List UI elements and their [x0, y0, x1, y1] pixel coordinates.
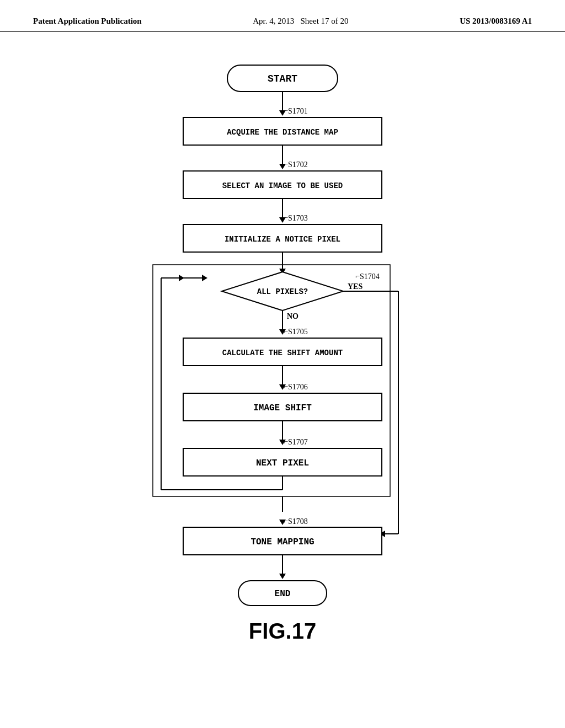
sheet-label: Sheet 17 of 20 — [301, 17, 349, 25]
flowchart-svg: START S1701 ⌐ ACQUIRE THE DISTANCE MAP S… — [89, 54, 476, 650]
s1702-label: S1702 — [288, 160, 308, 169]
s1708-label: S1708 — [288, 517, 308, 526]
image-shift-label: IMAGE SHIFT — [253, 403, 312, 413]
s1703-label: S1703 — [288, 214, 308, 222]
s1704-curve: ⌐ — [355, 272, 360, 280]
all-pixels-label: ALL PIXELS? — [257, 287, 308, 296]
patent-pub-label: Patent Application Publication — [33, 17, 142, 26]
select-label: SELECT AN IMAGE TO BE USED — [222, 181, 343, 190]
s1702-curve: ⌐ — [284, 160, 288, 168]
date-label: Apr. 4, 2013 — [253, 17, 294, 25]
no-label: NO — [287, 312, 299, 320]
yes-label: YES — [348, 282, 363, 291]
initialize-label: INITIALIZE A NOTICE PIXEL — [225, 235, 340, 244]
acquire-label: ACQUIRE THE DISTANCE MAP — [227, 128, 338, 137]
s1701-curve: ⌐ — [284, 106, 288, 115]
figure-label: FIG.17 — [249, 619, 316, 643]
header: Patent Application Publication Apr. 4, 2… — [0, 0, 565, 32]
svg-marker-32 — [179, 275, 184, 281]
svg-marker-38 — [279, 574, 286, 579]
svg-marker-13 — [202, 275, 207, 281]
s1705-label: S1705 — [288, 328, 308, 336]
s1706-curve: ⌐ — [284, 382, 288, 390]
s1704-label: S1704 — [360, 272, 380, 281]
s1707-label: S1707 — [288, 438, 308, 446]
s1707-curve: ⌐ — [284, 437, 288, 446]
header-center: Apr. 4, 2013 Sheet 17 of 20 — [253, 17, 348, 26]
end-label: END — [275, 589, 291, 599]
start-label: START — [268, 73, 297, 84]
flowchart: START S1701 ⌐ ACQUIRE THE DISTANCE MAP S… — [0, 38, 565, 650]
s1706-label: S1706 — [288, 383, 308, 391]
tone-mapping-label: TONE MAPPING — [250, 537, 314, 547]
s1703-curve: ⌐ — [284, 213, 288, 222]
patent-number-label: US 2013/0083169 A1 — [460, 17, 532, 26]
calculate-label: CALCULATE THE SHIFT AMOUNT — [222, 349, 343, 357]
s1701-label: S1701 — [288, 107, 308, 115]
next-pixel-label: NEXT PIXEL — [256, 458, 309, 468]
s1705-curve: ⌐ — [284, 327, 288, 335]
